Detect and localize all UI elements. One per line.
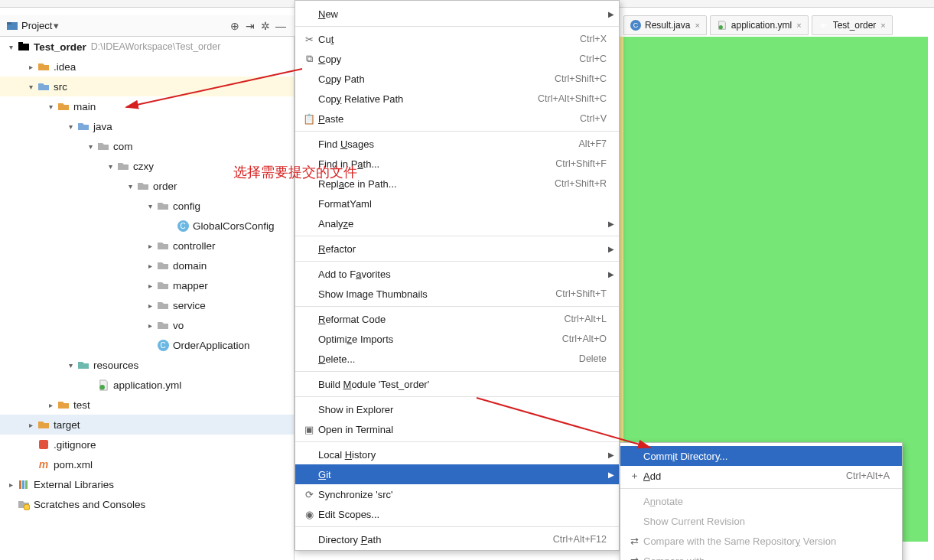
tree-label: com xyxy=(113,141,133,152)
menu-refactor[interactable]: Refactor▶ xyxy=(295,239,619,259)
chevron-right-icon[interactable]: ▸ xyxy=(24,421,37,429)
chevron-down-icon[interactable]: ▾ xyxy=(5,43,17,51)
chevron-down-icon[interactable]: ▾ xyxy=(124,182,136,190)
tree-controller[interactable]: ▸controller xyxy=(0,236,294,256)
chevron-down-icon[interactable]: ▾ xyxy=(104,162,116,171)
package-icon xyxy=(156,259,170,272)
chevron-down-icon[interactable]: ▾ xyxy=(144,202,156,210)
tree-mapper[interactable]: ▸mapper xyxy=(0,275,294,295)
tree-label: order xyxy=(153,181,177,192)
menu-add-favorites[interactable]: Add to Favorites▶ xyxy=(295,264,619,284)
tree-com[interactable]: ▾com xyxy=(0,136,294,156)
resources-folder-icon xyxy=(76,359,90,371)
menu-compare-with[interactable]: ⇄Compare With...Ctrl+D xyxy=(295,555,619,560)
tree-external-libraries[interactable]: ▸External Libraries xyxy=(0,474,294,494)
tree-pom[interactable]: mpom.xml xyxy=(0,454,294,474)
menu-copy[interactable]: ⧉CopyCtrl+C xyxy=(295,49,619,69)
menu-delete[interactable]: Delete...Delete xyxy=(295,349,619,369)
tree-main[interactable]: ▾main xyxy=(0,96,294,116)
folder-icon xyxy=(57,100,70,112)
project-tree[interactable]: ▾ Test_order D:\IDEAWorkspace\Test_order… xyxy=(0,37,295,560)
tree-vo[interactable]: ▸vo xyxy=(0,315,294,335)
menu-build-module[interactable]: Build Module 'Test_order' xyxy=(295,374,619,394)
submenu-annotate[interactable]: Annotate xyxy=(620,491,902,511)
svg-point-5 xyxy=(99,385,105,390)
menu-format-yaml[interactable]: FormatYaml xyxy=(295,194,619,213)
chevron-down-icon[interactable]: ▾ xyxy=(24,83,37,91)
chevron-down-icon[interactable]: ▾ xyxy=(84,142,96,151)
menu-git[interactable]: Git▶ xyxy=(295,464,619,484)
menu-directory-path[interactable]: Directory PathCtrl+Alt+F12 xyxy=(295,529,619,549)
menu-local-history[interactable]: Local History▶ xyxy=(295,444,619,464)
tree-label: vo xyxy=(173,320,184,331)
git-submenu: Commit Directory... ＋AddCtrl+Alt+A Annot… xyxy=(620,442,903,560)
tree-label: .idea xyxy=(54,61,76,73)
tab-result-java[interactable]: C Result.java × xyxy=(623,15,707,35)
chevron-right-icon[interactable]: ▸ xyxy=(144,321,156,330)
tree-target[interactable]: ▸target xyxy=(0,415,294,435)
chevron-right-icon[interactable]: ▸ xyxy=(144,301,156,310)
menu-edit-scopes[interactable]: ◉Edit Scopes... xyxy=(295,504,619,524)
tree-idea[interactable]: ▸.idea xyxy=(0,57,294,77)
menu-optimize-imports[interactable]: Optimize ImportsCtrl+Alt+O xyxy=(295,329,619,349)
tree-resources[interactable]: ▾resources xyxy=(0,355,294,375)
libraries-icon xyxy=(17,478,31,490)
tree-orderapplication[interactable]: COrderApplication xyxy=(0,335,294,355)
tree-domain[interactable]: ▸domain xyxy=(0,256,294,275)
menu-find-usages[interactable]: Find UsagesAlt+F7 xyxy=(295,134,619,154)
gitignore-icon xyxy=(37,438,50,451)
yml-icon xyxy=(96,379,110,391)
tree-java[interactable]: ▾java xyxy=(0,116,294,136)
chevron-down-icon[interactable]: ▾ xyxy=(64,122,76,131)
menu-copy-path[interactable]: Copy PathCtrl+Shift+C xyxy=(295,69,619,89)
tree-root[interactable]: ▾ Test_order D:\IDEAWorkspace\Test_order xyxy=(0,37,294,57)
menu-new[interactable]: New▶ xyxy=(295,4,619,24)
submenu-compare-with[interactable]: ⇄Compare with... xyxy=(620,551,902,560)
tree-application-yml[interactable]: application.yml xyxy=(0,375,294,395)
tab-test-order[interactable]: m Test_order × xyxy=(812,15,893,35)
menu-show-thumbnails[interactable]: Show Image ThumbnailsCtrl+Shift+T xyxy=(295,284,619,304)
svg-rect-4 xyxy=(18,42,23,44)
maven-icon: m xyxy=(818,20,829,31)
svg-point-2 xyxy=(718,25,722,29)
menu-reformat[interactable]: Reformat CodeCtrl+Alt+L xyxy=(295,309,619,329)
tab-application-yml[interactable]: application.yml × xyxy=(710,15,809,35)
chevron-down-icon[interactable]: ▾ xyxy=(44,103,57,111)
tree-test[interactable]: ▸test xyxy=(0,395,294,415)
add-icon: ＋ xyxy=(626,469,642,483)
tree-src[interactable]: ▾src xyxy=(0,77,294,96)
chevron-right-icon[interactable]: ▸ xyxy=(144,282,156,290)
submenu-commit-directory[interactable]: Commit Directory... xyxy=(620,446,902,466)
submenu-compare-same[interactable]: ⇄Compare with the Same Repository Versio… xyxy=(620,531,902,551)
chevron-right-icon[interactable]: ▸ xyxy=(144,262,156,270)
chevron-right-icon[interactable]: ▸ xyxy=(44,401,57,409)
close-icon[interactable]: × xyxy=(796,21,801,30)
maven-icon: m xyxy=(37,458,50,470)
menu-show-explorer[interactable]: Show in Explorer xyxy=(295,399,619,419)
menu-paste[interactable]: 📋PasteCtrl+V xyxy=(295,109,619,129)
tree-scratches[interactable]: Scratches and Consoles xyxy=(0,494,294,514)
chevron-down-icon[interactable]: ▾ xyxy=(64,361,76,370)
menu-synchronize[interactable]: ⟳Synchronize 'src' xyxy=(295,484,619,504)
menu-cut[interactable]: ✂CutCtrl+X xyxy=(295,29,619,49)
tree-config[interactable]: ▾config xyxy=(0,196,294,216)
tab-label: Test_order xyxy=(833,20,877,31)
chevron-right-icon[interactable]: ▸ xyxy=(144,242,156,250)
close-icon[interactable]: × xyxy=(880,21,885,30)
tree-gitignore[interactable]: .gitignore xyxy=(0,435,294,454)
svg-rect-6 xyxy=(39,440,48,449)
menu-open-terminal[interactable]: ▣Open in Terminal xyxy=(295,419,619,439)
yml-icon xyxy=(717,20,727,31)
tree-label: controller xyxy=(173,240,216,252)
submenu-add[interactable]: ＋AddCtrl+Alt+A xyxy=(620,466,902,486)
chevron-right-icon[interactable]: ▸ xyxy=(5,480,17,489)
chevron-right-icon[interactable]: ▸ xyxy=(24,63,37,71)
menu-analyze[interactable]: Analyze▶ xyxy=(295,213,619,233)
close-icon[interactable]: × xyxy=(695,21,699,30)
tree-label: domain xyxy=(173,260,207,272)
tree-service[interactable]: ▸service xyxy=(0,295,294,315)
project-path: D:\IDEAWorkspace\Test_order xyxy=(91,41,221,52)
tree-globalcors[interactable]: CGlobalCorsConfig xyxy=(0,216,294,236)
menu-copy-relative-path[interactable]: Copy Relative PathCtrl+Alt+Shift+C xyxy=(295,89,619,109)
submenu-show-revision[interactable]: Show Current Revision xyxy=(620,511,902,531)
